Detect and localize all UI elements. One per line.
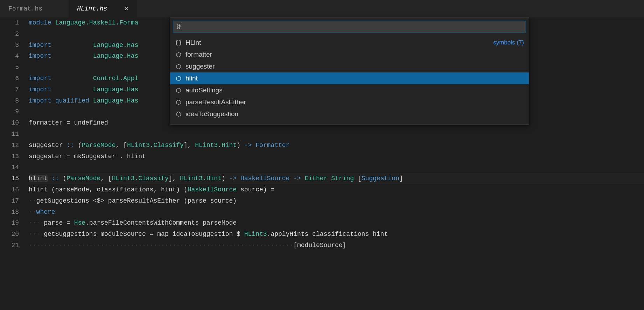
cube-icon: ⬡ [175,99,182,106]
line-number: 7 [0,84,19,96]
quick-open-panel: { }HLintsymbols (7)⬡formatter⬡suggester⬡… [170,17,529,125]
quick-open-item[interactable]: ⬡ideaToSuggestion [170,108,529,120]
cube-icon: ⬡ [175,111,182,118]
cube-icon: ⬡ [175,63,182,70]
close-icon[interactable]: × [125,5,129,13]
quick-open-item-label: formatter [186,51,212,58]
line-number: 11 [0,129,19,140]
line-number: 13 [0,151,19,162]
code-line[interactable]: suggester :: (ParseMode, [HLint3.Classif… [29,140,644,151]
quick-open-item-label: parseResultAsEither [186,98,246,106]
quick-open-item-label: hlint [186,75,198,82]
tab-bar: Format.hs HLint.hs × [0,0,644,17]
tab-format[interactable]: Format.hs [0,0,69,17]
tab-label: Format.hs [8,5,42,12]
line-number: 20 [0,229,19,240]
quick-open-item-label: autoSettings [186,86,223,94]
code-line[interactable] [29,162,644,173]
quick-open-list: { }HLintsymbols (7)⬡formatter⬡suggester⬡… [170,35,529,121]
code-line[interactable]: ··where [29,207,644,218]
tab-hlint[interactable]: HLint.hs × [69,0,137,17]
line-number: 19 [0,218,19,229]
line-number: 4 [0,51,19,62]
line-number: 12 [0,140,19,151]
line-number: 14 [0,162,19,173]
quick-open-item[interactable]: ⬡parseResultAsEither [170,96,529,108]
line-number: 8 [0,96,19,107]
line-number: 6 [0,73,19,84]
line-number: 16 [0,184,19,196]
quick-open-item[interactable]: ⬡suggester [170,61,529,72]
quick-open-item-label: suggester [186,63,215,70]
braces-icon: { } [175,39,182,46]
line-number: 17 [0,196,19,207]
line-number: 21 [0,240,19,251]
code-line[interactable] [29,129,644,140]
code-line[interactable]: ········································… [29,240,644,251]
quick-open-input-wrap [170,18,529,35]
line-number: 18 [0,207,19,218]
cube-icon: ⬡ [175,75,182,82]
code-line[interactable]: ····parse = Hse.parseFileContentsWithCom… [29,218,644,229]
gutter: 123456789101112131415161718192021 [0,17,29,251]
line-number: 10 [0,118,19,129]
line-number: 1 [0,17,19,29]
editor: 123456789101112131415161718192021 module… [0,17,644,251]
code-line[interactable]: ····getSuggestions moduleSource = map id… [29,229,644,240]
cube-icon: ⬡ [175,51,182,58]
line-number: 15 [0,173,19,184]
line-number: 2 [0,29,19,40]
code-line[interactable]: ··getSuggestions <$> parseResultAsEither… [29,196,644,207]
quick-open-item[interactable]: ⬡formatter [170,49,529,61]
cube-icon: ⬡ [175,87,182,94]
line-number: 5 [0,62,19,73]
quick-open-item[interactable]: ⬡hlint [170,72,529,84]
code-line[interactable]: hlint :: (ParseMode, [HLint3.Classify], … [29,173,644,184]
quick-open-input[interactable] [173,21,526,33]
symbol-counter: symbols (7) [493,39,524,46]
line-number: 9 [0,106,19,118]
quick-open-item-label: ideaToSuggestion [186,110,238,118]
quick-open-item[interactable]: ⬡autoSettings [170,84,529,96]
quick-open-item-label: HLint [186,39,201,47]
quick-open-item[interactable]: { }HLintsymbols (7) [170,37,529,49]
code-line[interactable]: hlint (parseMode, classifications, hint)… [29,184,644,196]
code-line[interactable]: suggester = mkSuggester . hlint [29,151,644,162]
tab-label: HLint.hs [77,5,107,12]
line-number: 3 [0,40,19,51]
